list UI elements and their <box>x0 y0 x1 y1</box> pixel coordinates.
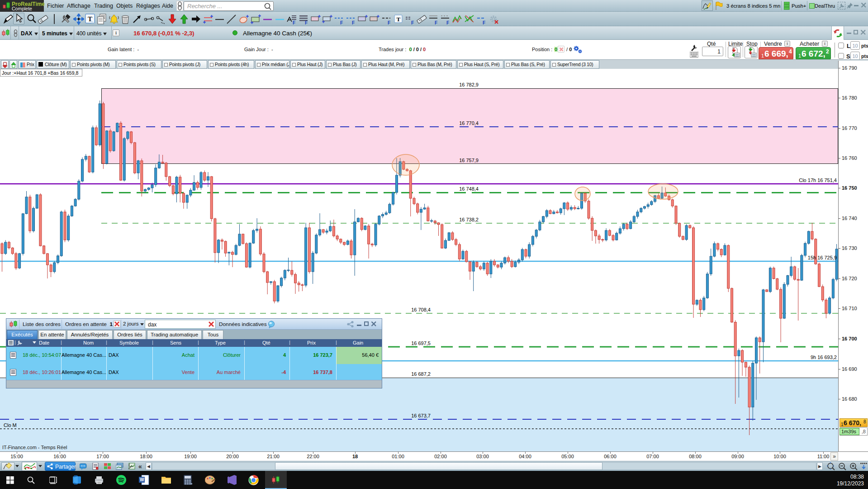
svg-text:F: F <box>352 20 355 25</box>
svg-text:F: F <box>293 20 295 25</box>
svg-text:F: F <box>411 20 414 25</box>
svg-text:F: F <box>435 20 437 25</box>
svg-text:T: T <box>397 16 401 23</box>
svg-text:F: F <box>388 20 390 25</box>
svg-text:W: W <box>140 477 144 482</box>
svg-text:F: F <box>446 20 449 25</box>
svg-text:F: F <box>305 20 308 25</box>
svg-text:F: F <box>483 20 485 25</box>
svg-text:F: F <box>340 20 343 25</box>
